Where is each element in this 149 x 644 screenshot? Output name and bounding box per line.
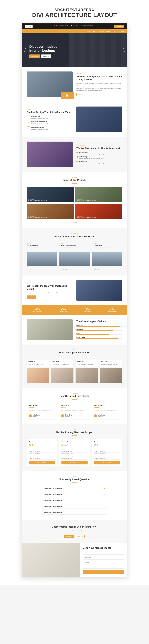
contact-info: ✉info@example.com+123 456 7890	[81, 25, 93, 28]
nav-contact[interactable]: Contact	[120, 31, 124, 32]
process-image	[92, 252, 122, 266]
nav-home[interactable]: Home	[87, 31, 90, 32]
project-card[interactable]: STRUCTURALProject 3 - Lorem Ipsum Dummy …	[75, 187, 122, 202]
plus-icon: +	[104, 511, 105, 513]
feature-item: ⌂Real Estate DevelopmentLorem ipsum dolo…	[27, 121, 73, 125]
read-more-button[interactable]: READ MORE	[27, 268, 38, 271]
team-card: Mike BryanArchitectLorem ipsum dolor sit…	[27, 359, 49, 383]
review-card: Great Service★★★★★Lorem ipsum simply tex…	[92, 403, 122, 420]
projects-read-more-button[interactable]: Read More	[70, 221, 79, 224]
star-rating: ★★★★★	[61, 407, 88, 408]
page-header: ARCHITECTUREPRO DIVI ARCHITECTURE LAYOUT	[5, 8, 144, 18]
reviews-section: Testimonials Best Reviews From Clients G…	[22, 388, 127, 424]
choose-plan-button[interactable]: Choose This Plan	[29, 461, 55, 464]
idea-read-more-button[interactable]: Read More	[27, 296, 36, 298]
message-input[interactable]	[83, 561, 124, 568]
hero-title: Discover Inspired Interior Designs	[29, 45, 68, 53]
progress-item: Motion	[76, 332, 122, 335]
project-card[interactable]: STRUCTURALProject 2 - Lorem Ipsum Dummy …	[27, 204, 74, 219]
cta-book-button[interactable]: Book Now	[64, 535, 74, 538]
about-read-more-button[interactable]: Read More	[76, 92, 86, 96]
feature-item: ✎Design DevelopmentLorem ipsum dolor sit…	[27, 126, 73, 130]
logo[interactable]: DIVI	[25, 25, 33, 28]
faq-item[interactable]: Lorem Ipsum Is Dummy Text?+	[42, 486, 107, 491]
hero: ‹ Featured - Worry Living Space Discover…	[22, 33, 127, 67]
faq-item[interactable]: Lorem Ipsum Is Dummy Text?+	[42, 510, 107, 514]
progress-item: 3D Modeling	[76, 328, 122, 331]
team-photo	[51, 368, 73, 383]
choose-plan-button[interactable]: Choose This Plan	[94, 461, 120, 464]
faq-item[interactable]: Lorem Ipsum Is Dummy Text?+	[42, 498, 107, 503]
check-item: ✓2D PlanningLorem ipsum dolor sit text b…	[76, 160, 122, 164]
hero-primary-button[interactable]: Our Projects	[29, 54, 40, 58]
team-card: Mike BryanArchitectLorem ipsum dolor sit…	[76, 359, 98, 383]
check-item: ✓Interior SketchLorem ipsum dolor sit te…	[76, 152, 122, 155]
email-input[interactable]	[83, 556, 124, 560]
hero-next-button[interactable]: ›	[122, 48, 125, 52]
cta-section: Get Incredible Interior Design Right Now…	[22, 520, 127, 544]
name-input[interactable]	[83, 551, 124, 554]
values-image	[27, 319, 73, 340]
process-step: STEP 3Hand OverLorem ipsum dolor amet du…	[94, 243, 122, 249]
mail-icon: ✉	[81, 25, 82, 28]
page-title: DIVI ARCHITECTURE LAYOUT	[5, 12, 144, 18]
star-rating: ★★★★★	[94, 407, 120, 408]
featured-section: Featured Custom Design That Adds Special…	[22, 102, 127, 137]
plus-icon: +	[104, 493, 105, 495]
arrow-right-icon: →	[57, 245, 59, 247]
plus-icon: +	[104, 499, 105, 501]
about-tag: About Us	[76, 73, 122, 74]
read-more-button[interactable]: READ MORE	[59, 268, 70, 271]
nav-about[interactable]: About	[93, 31, 96, 32]
consultation-button[interactable]: Consultation	[114, 25, 124, 28]
team-photo	[27, 368, 49, 383]
check-item: ✓3D ModelingLorem ipsum dolor sit text b…	[76, 156, 122, 159]
realestate-icon: ⌂	[27, 121, 30, 124]
page-subtitle: ARCHITECTUREPRO	[5, 8, 144, 12]
price-card: Basic$30/moFeature text here dummyFeatur…	[27, 439, 57, 467]
contact-section: Send Your Message to Us Submit	[22, 544, 127, 577]
stat-item: 30+Award Winning	[84, 308, 91, 312]
team-photo	[100, 368, 122, 383]
leader-section: Why Choose Us We Are The Leader In The A…	[22, 137, 127, 172]
hero-tag: Featured - Worry Living Space	[29, 42, 68, 44]
avatar	[94, 414, 97, 418]
process-image	[59, 252, 90, 266]
team-photo	[76, 368, 98, 383]
submit-button[interactable]: Submit	[83, 570, 124, 574]
feature-item: ⬚Interior DesignLorem ipsum dolor sit am…	[27, 116, 73, 119]
avatar	[29, 414, 32, 418]
price-card: Premium$90/moFeature text here dummyFeat…	[92, 439, 122, 467]
hero-prev-button[interactable]: ‹	[24, 48, 27, 52]
faq-item[interactable]: Lorem Ipsum Is Dummy Text?+	[42, 492, 107, 497]
cta-contact-button[interactable]: Contact Us	[75, 535, 85, 538]
project-card[interactable]: STRUCTURALProject 4 - Lorem Ipsum Dummy …	[75, 204, 122, 219]
avatar	[61, 414, 64, 418]
logo-text: DIVI	[29, 26, 31, 27]
review-card: Great Service★★★★★Lorem ipsum simply tex…	[27, 403, 57, 420]
idea-image	[76, 280, 122, 301]
pricing-section: Pricing Flexible Pricing Plan Just For y…	[22, 424, 127, 471]
logo-icon	[26, 26, 28, 27]
plus-icon: +	[104, 488, 105, 490]
read-more-button[interactable]: READ MORE	[92, 268, 103, 271]
progress-item: Architecture	[76, 324, 122, 327]
project-card[interactable]: STRUCTURALProject 1 - Lorem Ipsum Dummy …	[27, 187, 74, 202]
projects-section: Projects Some of Our Projects STRUCTURAL…	[22, 172, 127, 228]
divider	[72, 183, 77, 184]
map[interactable]	[22, 544, 80, 577]
stats-bar: 40+Years Of Experience 900+Satisfied Cli…	[22, 306, 127, 315]
hours-info: 🕐Mon - Sat9am - 4pm	[71, 25, 78, 28]
nav-pages[interactable]: Pages	[114, 31, 117, 32]
nav-projects[interactable]: Projects	[106, 31, 111, 32]
about-text: Lorem ipsum is simply dummy text of the …	[76, 83, 122, 86]
nav-services[interactable]: Services	[99, 31, 104, 32]
team-card: Mike BryanArchitectLorem ipsum dolor sit…	[100, 359, 122, 383]
stat-item: 40+Office Worldwide	[108, 308, 116, 312]
idea-section: What We Do We Present the Idea With Impr…	[22, 276, 127, 306]
choose-plan-button[interactable]: Choose This Plan	[61, 461, 88, 464]
hero-secondary-button[interactable]: Contact Us	[41, 54, 51, 58]
clock-icon: 🕐	[71, 25, 72, 28]
faq-item[interactable]: Lorem Ipsum Is Dummy Text?+	[42, 504, 107, 509]
experience-badge: 40+ Years Of Experience	[61, 92, 74, 99]
